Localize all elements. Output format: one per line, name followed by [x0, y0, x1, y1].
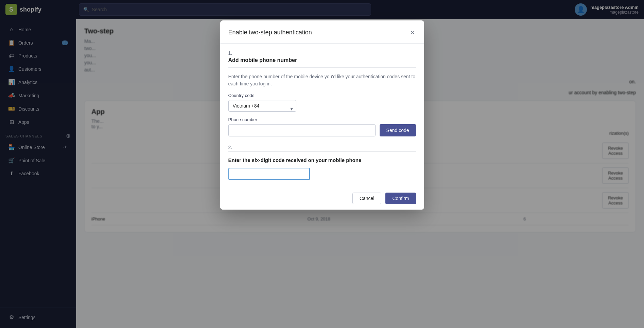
- cancel-button[interactable]: Cancel: [352, 193, 382, 204]
- step-1-title: Add mobile phone number: [228, 57, 416, 63]
- modal-footer: Cancel Confirm: [220, 187, 424, 210]
- step-2-number: 2.: [228, 145, 416, 150]
- phone-row: Send code: [228, 124, 416, 136]
- modal-close-button[interactable]: ×: [409, 27, 416, 38]
- step-1-number: 1.: [228, 50, 416, 56]
- modal: Enable two-step authentication × 1. Add …: [220, 20, 424, 210]
- phone-input[interactable]: [228, 124, 376, 136]
- modal-title: Enable two-step authentication: [228, 29, 312, 36]
- step-2-title: Enter the six-digit code received on you…: [228, 157, 416, 163]
- country-code-select[interactable]: Vietnam +84 United States +1 United King…: [228, 100, 296, 112]
- step-1-description: Enter the phone number of the mobile dev…: [228, 73, 416, 87]
- modal-overlay: Enable two-step authentication × 1. Add …: [0, 0, 644, 328]
- country-code-label: Country code: [228, 93, 416, 98]
- send-code-button[interactable]: Send code: [380, 124, 416, 136]
- code-input[interactable]: [228, 168, 310, 180]
- step-1: 1. Add mobile phone number Enter the pho…: [228, 50, 416, 136]
- modal-body: 1. Add mobile phone number Enter the pho…: [220, 44, 424, 187]
- country-code-select-wrapper: Vietnam +84 United States +1 United King…: [228, 100, 296, 117]
- confirm-button[interactable]: Confirm: [385, 193, 416, 204]
- code-input-wrapper: [228, 168, 416, 180]
- phone-label: Phone number: [228, 117, 416, 122]
- step-2: 2. Enter the six-digit code received on …: [228, 145, 416, 180]
- modal-header: Enable two-step authentication ×: [220, 20, 424, 44]
